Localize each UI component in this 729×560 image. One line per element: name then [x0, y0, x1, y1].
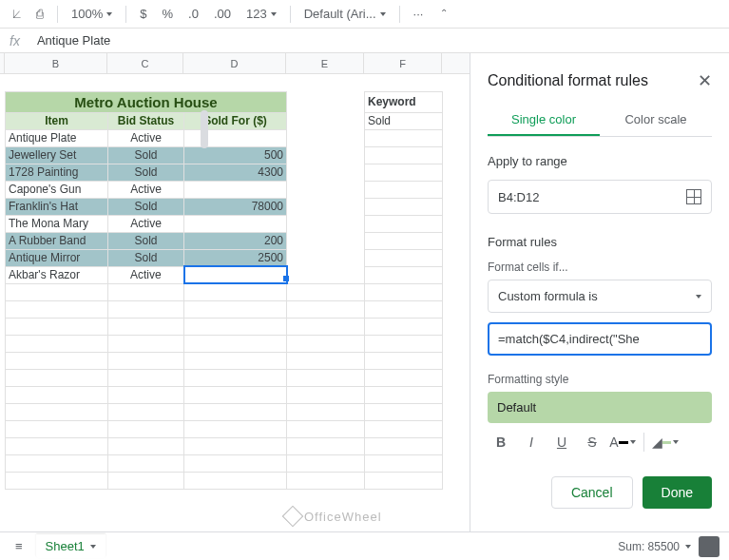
more-formats[interactable]: 123 [240, 3, 282, 25]
cell-item[interactable]: Antique Plate [6, 129, 108, 146]
selection-handle[interactable] [283, 276, 289, 281]
table-row[interactable]: Capone's GunActive [6, 181, 443, 198]
format-rules-label: Format rules [488, 235, 712, 249]
strikethrough-button[interactable]: S [579, 429, 605, 455]
range-input[interactable]: B4:D12 [488, 180, 712, 214]
cell-price[interactable] [184, 215, 287, 232]
format-cells-if-label: Format cells if... [488, 261, 712, 274]
close-icon[interactable]: ✕ [698, 70, 712, 91]
chevron-down-icon [696, 295, 701, 299]
format-percent[interactable]: % [156, 3, 179, 25]
explore-icon[interactable] [699, 536, 719, 557]
all-sheets-icon[interactable]: ≡ [10, 535, 29, 557]
col-header-e[interactable]: E [286, 53, 364, 73]
cell-price[interactable]: 500 [184, 146, 287, 164]
cell-status[interactable]: Sold [108, 249, 184, 266]
sheet-tab[interactable]: Sheet1 [36, 534, 106, 558]
fill-color-button[interactable]: ◢ [652, 429, 679, 455]
table-row[interactable]: Jewellery SetSold500 [6, 146, 443, 164]
table-row[interactable]: Antique PlateActive [6, 129, 443, 146]
col-header-f[interactable]: F [364, 53, 442, 73]
cell-price[interactable]: 2500 [184, 249, 287, 266]
font-select[interactable]: Default (Ari... [298, 3, 392, 25]
formatting-style-label: Formatting style [488, 373, 712, 386]
col-header-c[interactable]: C [107, 53, 183, 73]
tab-single-color[interactable]: Single color [488, 105, 600, 136]
table-row[interactable]: Antique MirrorSold2500 [6, 249, 443, 266]
table-row[interactable]: The Mona MaryActive [6, 215, 443, 232]
tab-color-scale[interactable]: Color scale [600, 105, 712, 136]
watermark: OfficeWheel [285, 509, 382, 524]
cell-item[interactable]: The Mona Mary [6, 215, 108, 232]
header-sold-for[interactable]: Sold For ($) [184, 112, 287, 129]
watermark-icon [282, 506, 304, 528]
conditional-format-panel: Conditional format rules ✕ Single color … [470, 53, 729, 531]
cell-status[interactable]: Sold [108, 164, 184, 181]
cell-item[interactable]: Jewellery Set [6, 146, 108, 164]
underline-button[interactable]: U [548, 429, 575, 455]
cancel-button[interactable]: Cancel [551, 476, 633, 509]
header-bid-status[interactable]: Bid Status [108, 112, 184, 129]
text-color-button[interactable]: A [609, 429, 636, 455]
zoom-select[interactable]: 100% [66, 3, 118, 25]
col-header-d[interactable]: D [183, 53, 286, 73]
column-headers: B C D E F [0, 53, 470, 74]
fx-label: fx [10, 33, 20, 48]
style-toolbar: B I U S A ◢ [488, 429, 712, 455]
italic-button[interactable]: I [518, 429, 545, 455]
panel-title: Conditional format rules [488, 72, 648, 89]
format-currency[interactable]: $ [134, 3, 152, 25]
keyword-value[interactable]: Sold [365, 112, 443, 129]
apply-to-range-label: Apply to range [488, 154, 712, 168]
toolbar: ⟀ ⎙ 100% $ % .0 .00 123 Default (Ari... … [0, 0, 729, 29]
table-row[interactable]: 1728 PaintingSold4300 [6, 164, 443, 181]
fx-value[interactable]: Antique Plate [37, 33, 110, 48]
cell-price[interactable]: 200 [184, 232, 287, 249]
cell-price[interactable] [184, 181, 287, 198]
cell-item[interactable]: Akbar's Razor [6, 266, 108, 283]
condition-select[interactable]: Custom formula is [488, 280, 712, 313]
bold-button[interactable]: B [488, 429, 514, 455]
scrollbar-thumb[interactable] [201, 110, 208, 148]
paint-format-icon[interactable]: ⟀ [8, 3, 27, 25]
cell-price[interactable]: 78000 [184, 198, 287, 215]
cell-item[interactable]: Franklin's Hat [6, 198, 108, 215]
cell-price[interactable] [184, 266, 287, 283]
footer: ≡ Sheet1 Sum: 85500 [0, 531, 729, 560]
increase-decimal[interactable]: .00 [208, 3, 237, 25]
cell-item[interactable]: 1728 Painting [6, 164, 108, 181]
style-preview[interactable]: Default [488, 392, 712, 423]
header-item[interactable]: Item [6, 112, 108, 129]
cell-status[interactable]: Sold [108, 232, 184, 249]
cell-status[interactable]: Active [108, 181, 184, 198]
cell-status[interactable]: Sold [108, 146, 184, 164]
cell-item[interactable]: A Rubber Band [6, 232, 108, 249]
table-row[interactable]: A Rubber BandSold200 [6, 232, 443, 249]
toolbar-more[interactable]: ··· [408, 3, 430, 25]
keyword-label[interactable]: Keyword [365, 91, 443, 112]
data-table: Metro Auction House Keyword Item Bid Sta… [5, 74, 443, 490]
table-row[interactable]: Franklin's HatSold78000 [6, 198, 443, 215]
collapse-toolbar-icon[interactable]: ⌃ [440, 8, 448, 18]
spreadsheet-grid[interactable]: B C D E F Metro Auction House Keyword It… [0, 53, 470, 531]
done-button[interactable]: Done [643, 476, 712, 509]
cell-status[interactable]: Active [108, 129, 184, 146]
cell-item[interactable]: Antique Mirror [6, 249, 108, 266]
cell-price[interactable]: 4300 [184, 164, 287, 181]
formula-bar[interactable]: fx Antique Plate [0, 29, 729, 53]
cell-status[interactable]: Active [108, 215, 184, 232]
formula-input[interactable]: =match($C4,indirect("She [488, 322, 712, 356]
table-row[interactable]: Akbar's RazorActive [6, 266, 443, 283]
cell-status[interactable]: Active [108, 266, 184, 283]
select-range-icon[interactable] [686, 189, 701, 204]
decrease-decimal[interactable]: .0 [182, 3, 204, 25]
print-icon[interactable]: ⎙ [30, 3, 49, 25]
table-title[interactable]: Metro Auction House [6, 91, 287, 112]
col-header-b[interactable]: B [5, 53, 107, 73]
cell-price[interactable] [184, 129, 287, 146]
cell-status[interactable]: Sold [108, 198, 184, 215]
panel-tabs: Single color Color scale [488, 105, 712, 137]
cell-item[interactable]: Capone's Gun [6, 181, 108, 198]
status-sum[interactable]: Sum: 85500 [618, 540, 691, 553]
